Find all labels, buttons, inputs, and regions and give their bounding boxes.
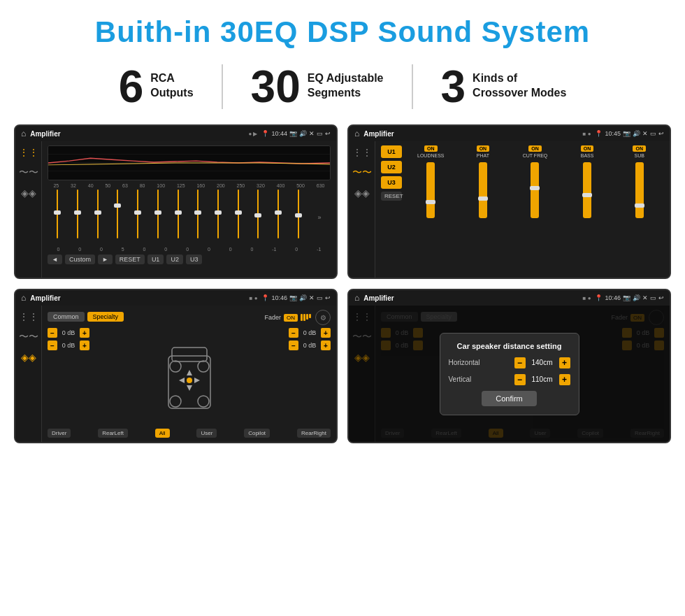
slider-1[interactable] <box>57 189 58 245</box>
fader-time: 10:46 <box>271 294 287 301</box>
eq-custom-btn[interactable]: Custom <box>65 255 95 264</box>
fader-sidebar-icon-3[interactable]: ◈◈ <box>21 352 36 363</box>
screenshots-grid: ⌂ Amplifier ● ▶ 📍 10:44 📷 🔊 ✕ ▭ ↩ ⋮⋮ 〜〜 … <box>0 120 685 450</box>
crossover-main-area: U1 U2 U3 RESET ON LOUDNESS <box>375 141 670 278</box>
right-vol-controls: − 0 dB + − 0 dB + <box>289 328 331 426</box>
vol3-plus[interactable]: + <box>321 328 331 338</box>
vol2-minus[interactable]: − <box>48 341 57 350</box>
crossover-sidebar-icon-3[interactable]: ◈◈ <box>354 187 370 199</box>
eq-sidebar-icon-1[interactable]: ⋮⋮ <box>19 147 38 158</box>
eq-reset-btn[interactable]: RESET <box>115 255 145 264</box>
crossover-sidebar-icon-1[interactable]: ⋮⋮ <box>352 147 372 158</box>
channel-u3-btn[interactable]: U3 <box>381 176 402 189</box>
stat-label-eq-1: EQ Adjustable <box>308 71 384 86</box>
screen-crossover: ⌂ Amplifier ■ ● 📍 10:45 📷 🔊 ✕ ▭ ↩ ⋮⋮ 〜〜 … <box>347 124 671 279</box>
battery-icon: ▭ <box>317 130 323 137</box>
fader-back-icon: ↩ <box>325 294 331 301</box>
vol3-minus[interactable]: − <box>289 328 298 338</box>
eq-u3-btn[interactable]: U3 <box>186 255 203 264</box>
loudness-slider[interactable] <box>426 162 435 218</box>
fader-app-name: Amplifier <box>30 294 245 302</box>
rearright-btn[interactable]: RearRight <box>297 429 331 438</box>
slider-3[interactable] <box>97 189 99 245</box>
sub-slider[interactable] <box>635 162 644 218</box>
loudness-label: LOUDNESS <box>417 153 445 158</box>
fader-volume-icon: 🔊 <box>299 294 307 301</box>
distance-back-icon: ↩ <box>658 294 664 301</box>
eq-time: 10:44 <box>271 130 287 137</box>
vertical-plus-btn[interactable]: + <box>559 374 570 385</box>
slider-6[interactable] <box>157 189 159 245</box>
fader-bottom-btns: Driver RearLeft All User Copilot RearRig… <box>48 429 331 438</box>
control-loudness: ON LOUDNESS <box>406 145 456 273</box>
cutfreq-slider[interactable] <box>531 162 539 218</box>
channel-u1-btn[interactable]: U1 <box>381 145 402 158</box>
slider-13[interactable] <box>298 189 299 245</box>
home-icon[interactable]: ⌂ <box>21 129 26 138</box>
phat-label: PHAT <box>477 153 489 158</box>
slider-9[interactable] <box>217 189 219 245</box>
horizontal-minus-btn[interactable]: − <box>514 357 526 368</box>
slider-10[interactable] <box>238 189 239 245</box>
eq-next-btn[interactable]: ► <box>98 255 113 264</box>
driver-btn[interactable]: Driver <box>48 429 71 438</box>
confirm-button[interactable]: Confirm <box>482 391 537 406</box>
fader-sidebar-icon-2[interactable]: 〜〜 <box>19 331 38 343</box>
fader-sidebar-icon-1[interactable]: ⋮⋮ <box>19 311 38 322</box>
slider-12[interactable] <box>277 189 279 245</box>
eq-u1-btn[interactable]: U1 <box>147 255 164 264</box>
crossover-nav-dots: ■ ● <box>583 131 591 137</box>
horizontal-value: 140cm <box>528 359 556 366</box>
distance-home-icon[interactable]: ⌂ <box>354 293 359 303</box>
slider-8[interactable] <box>197 189 199 245</box>
svg-point-8 <box>170 361 181 372</box>
crossover-controls-grid: ON LOUDNESS ON PHAT <box>406 145 664 273</box>
crossover-home-icon[interactable]: ⌂ <box>354 129 359 138</box>
bass-on-badge: ON <box>581 145 594 152</box>
crossover-time: 10:45 <box>605 130 621 137</box>
slider-5[interactable] <box>137 189 138 245</box>
crossover-reset-btn[interactable]: RESET <box>381 192 402 201</box>
eq-prev-btn[interactable]: ◄ <box>48 255 62 264</box>
slider-4[interactable] <box>117 189 118 245</box>
svg-marker-14 <box>194 378 200 383</box>
eq-sidebar-icon-3[interactable]: ◈◈ <box>21 187 36 199</box>
bass-slider[interactable] <box>583 162 591 218</box>
eq-values: 0005000000-10-1 <box>48 247 331 252</box>
channel-u2-btn[interactable]: U2 <box>381 161 402 173</box>
vol4-plus[interactable]: + <box>321 341 331 350</box>
phat-slider[interactable] <box>479 162 487 218</box>
left-vol-controls: − 0 dB + − 0 dB + <box>48 328 89 426</box>
rearleft-btn[interactable]: RearLeft <box>98 429 128 438</box>
vol1-plus[interactable]: + <box>80 328 89 338</box>
eq-sidebar-icon-2[interactable]: 〜〜 <box>19 166 38 179</box>
user-btn[interactable]: User <box>196 429 217 438</box>
crossover-app-name: Amplifier <box>363 130 578 138</box>
stat-label-crossover-2: Crossover Modes <box>473 86 566 101</box>
stat-eq: 30 EQ Adjustable Segments <box>223 64 413 109</box>
copilot-btn[interactable]: Copilot <box>244 429 270 438</box>
vol1-minus[interactable]: − <box>48 328 57 338</box>
crossover-x-icon: ✕ <box>642 130 648 137</box>
slider-7[interactable] <box>178 189 179 245</box>
vol4-minus[interactable]: − <box>289 341 298 350</box>
settings-circle-btn[interactable]: ⚙ <box>315 310 331 325</box>
stat-rca: 6 RCA Outputs <box>91 64 223 109</box>
eq-nav-dots: ● ▶ <box>248 131 257 137</box>
svg-point-7 <box>198 396 209 407</box>
vol2-plus[interactable]: + <box>80 341 89 350</box>
all-btn[interactable]: All <box>155 429 170 438</box>
eq-u2-btn[interactable]: U2 <box>166 255 183 264</box>
stat-number-crossover: 3 <box>441 64 466 109</box>
tab-specialty[interactable]: Specialty <box>87 312 124 322</box>
fader-home-icon[interactable]: ⌂ <box>21 293 26 303</box>
slider-11[interactable] <box>257 189 259 245</box>
horizontal-plus-btn[interactable]: + <box>559 357 570 368</box>
phat-on-badge: ON <box>477 145 490 152</box>
vertical-minus-btn[interactable]: − <box>514 374 526 385</box>
x-icon: ✕ <box>309 130 315 137</box>
crossover-sidebar-icon-2[interactable]: 〜〜 <box>352 166 372 179</box>
vol2-value: 0 dB <box>59 342 78 349</box>
tab-common[interactable]: Common <box>48 312 85 322</box>
slider-2[interactable] <box>77 189 78 245</box>
